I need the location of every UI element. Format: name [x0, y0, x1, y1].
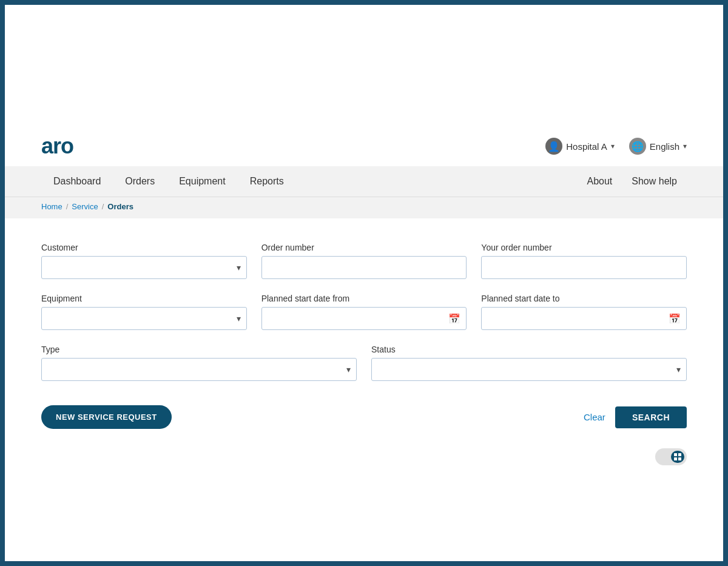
planned-start-to-group: Planned start date to 📅: [481, 294, 687, 330]
hospital-label: Hospital A: [566, 141, 607, 152]
your-order-number-label: Your order number: [481, 243, 687, 252]
person-icon: 👤: [545, 138, 562, 155]
nav-right: About Show help: [577, 166, 687, 197]
nav-left: Dashboard Orders Equipment Reports: [41, 166, 296, 197]
order-number-input[interactable]: [261, 256, 467, 279]
nav-item-show-help[interactable]: Show help: [622, 166, 687, 197]
equipment-select[interactable]: [41, 307, 247, 330]
nav-item-orders[interactable]: Orders: [113, 166, 167, 197]
breadcrumb-bar: Home / Service / Orders: [5, 197, 723, 218]
breadcrumb: Home / Service / Orders: [41, 202, 687, 211]
status-label: Status: [371, 345, 687, 354]
nav-item-equipment[interactable]: Equipment: [167, 166, 238, 197]
planned-start-from-group: Planned start date from 📅: [261, 294, 467, 330]
right-actions: Clear SEARCH: [584, 406, 687, 428]
nav-bar: Dashboard Orders Equipment Reports About…: [5, 166, 723, 197]
nav-item-dashboard[interactable]: Dashboard: [41, 166, 113, 197]
hospital-chevron-icon: ▾: [611, 142, 615, 150]
customer-select[interactable]: [41, 256, 247, 279]
header-right: 👤 Hospital A ▾ 🌐 English ▾: [545, 138, 687, 155]
svg-rect-0: [674, 453, 677, 456]
customer-select-wrapper: ▾: [41, 256, 247, 279]
customer-label: Customer: [41, 243, 247, 252]
type-select-wrapper: ▾: [41, 358, 357, 381]
view-toggle-button[interactable]: [655, 448, 687, 465]
planned-start-to-wrapper: 📅: [481, 307, 687, 330]
breadcrumb-service[interactable]: Service: [72, 202, 98, 211]
equipment-group: Equipment ▾: [41, 294, 247, 330]
planned-start-to-input[interactable]: [481, 307, 687, 330]
planned-start-from-label: Planned start date from: [261, 294, 467, 303]
action-row: NEW SERVICE REQUEST Clear SEARCH: [41, 405, 687, 429]
breadcrumb-sep-1: /: [66, 202, 69, 211]
svg-rect-2: [674, 457, 677, 460]
main-content: Customer ▾ Order number Your order numbe…: [5, 218, 723, 490]
your-order-number-group: Your order number: [481, 243, 687, 279]
breadcrumb-home[interactable]: Home: [41, 202, 62, 211]
planned-start-from-input[interactable]: [261, 307, 467, 330]
customer-group: Customer ▾: [41, 243, 247, 279]
form-grid: Customer ▾ Order number Your order numbe…: [41, 243, 687, 465]
globe-icon: 🌐: [629, 138, 646, 155]
clear-button[interactable]: Clear: [584, 412, 605, 422]
form-row-2: Equipment ▾ Planned start date from 📅 Pl…: [41, 294, 687, 330]
form-row-1: Customer ▾ Order number Your order numbe…: [41, 243, 687, 279]
nav-item-about[interactable]: About: [577, 166, 622, 197]
table-icon: [674, 453, 681, 460]
type-group: Type ▾: [41, 345, 357, 381]
toggle-knob: [671, 451, 684, 463]
svg-rect-1: [678, 453, 681, 456]
planned-start-from-wrapper: 📅: [261, 307, 467, 330]
equipment-label: Equipment: [41, 294, 247, 303]
language-label: English: [650, 141, 679, 152]
order-number-group: Order number: [261, 243, 467, 279]
top-spacer: [5, 5, 723, 126]
status-group: Status ▾: [371, 345, 687, 381]
language-chevron-icon: ▾: [683, 142, 687, 150]
type-select[interactable]: [41, 358, 357, 381]
svg-rect-3: [678, 457, 681, 460]
status-select[interactable]: [371, 358, 687, 381]
nav-item-reports[interactable]: Reports: [238, 166, 296, 197]
calendar-from-icon[interactable]: 📅: [448, 313, 460, 325]
breadcrumb-sep-2: /: [102, 202, 104, 211]
form-row-3: Type ▾ Status ▾: [41, 345, 687, 381]
logo: aro: [41, 133, 73, 159]
planned-start-to-label: Planned start date to: [481, 294, 687, 303]
header: aro 👤 Hospital A ▾ 🌐 English ▾: [5, 126, 723, 166]
toggle-area: [41, 448, 687, 465]
search-button[interactable]: SEARCH: [615, 406, 687, 428]
type-label: Type: [41, 345, 357, 354]
hospital-selector[interactable]: 👤 Hospital A ▾: [545, 138, 615, 155]
breadcrumb-orders: Orders: [107, 202, 133, 211]
new-service-request-button[interactable]: NEW SERVICE REQUEST: [41, 405, 172, 429]
status-select-wrapper: ▾: [371, 358, 687, 381]
language-selector[interactable]: 🌐 English ▾: [629, 138, 687, 155]
calendar-to-icon[interactable]: 📅: [669, 313, 681, 325]
equipment-select-wrapper: ▾: [41, 307, 247, 330]
order-number-label: Order number: [261, 243, 467, 252]
your-order-number-input[interactable]: [481, 256, 687, 279]
